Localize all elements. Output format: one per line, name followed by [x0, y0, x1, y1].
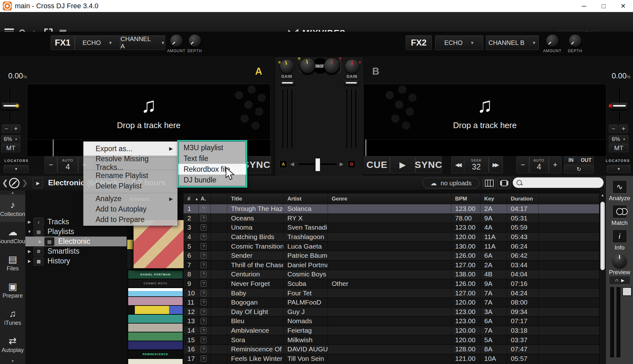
fx2-channel-select[interactable]: CHANNEL B▼ [486, 35, 539, 50]
deck-b-play-button[interactable]: ▶ [390, 156, 415, 173]
deck-b-auto-plus-button[interactable]: + [549, 156, 561, 173]
deck-a-drop-zone[interactable]: ♫ Drop a track here [27, 84, 271, 140]
deck-b-auto-minus-button[interactable]: − [517, 156, 529, 173]
context-menu-item[interactable]: Analyze ▶ [84, 194, 177, 204]
col-bpm[interactable]: BPM [451, 194, 480, 204]
album-art-thumb[interactable]: DANIEL PORTMAN [128, 270, 183, 279]
sidebar-item[interactable]: ▣ Prepare [0, 276, 25, 304]
col-analyzed[interactable]: A. [199, 194, 211, 204]
deck-b-loop-in-button[interactable]: IN [564, 156, 578, 164]
mixer-b-volume-fader[interactable] [344, 80, 359, 149]
browse-compass-icon[interactable] [8, 177, 20, 191]
deck-a-locators-button[interactable]: ▼ [4, 165, 28, 173]
context-menu-item[interactable]: ▶ [84, 168, 177, 170]
context-menu-item[interactable]: Resolve Missing Tracks... ▶ [84, 158, 177, 168]
table-row[interactable]: 10 ? Baby Four Tet 127.00 7A 04:24 [184, 288, 599, 298]
album-art-thumb[interactable]: REMINISCENCE [128, 350, 183, 359]
rail-scroll-down-icon[interactable]: ▼ [0, 359, 25, 363]
col-number[interactable]: #▲ [184, 194, 199, 204]
tree-item[interactable]: ▶ ▦ History [25, 256, 127, 266]
sidebar-item[interactable]: ▤ Files [0, 249, 25, 276]
mini-button[interactable] [622, 287, 632, 296]
deck-a-pitch-plus-button[interactable]: + [11, 125, 20, 133]
context-menu-item[interactable]: Add to Prepare ▶ [84, 214, 177, 225]
context-menu-item[interactable]: Delete Playlist ▶ [84, 181, 177, 191]
col-artist[interactable]: Artist [284, 194, 328, 204]
mixer-b-fader-handle[interactable] [344, 80, 359, 86]
table-scrollbar[interactable]: ▲ [599, 190, 606, 364]
preview-tool[interactable]: Preview [606, 254, 633, 276]
crossfader-handle[interactable] [315, 158, 321, 172]
deck-b-mt-button[interactable]: MT [609, 144, 629, 152]
table-row[interactable]: 8 ? Centurion Cosmic Boys 138.00 4B 04:0… [184, 270, 599, 279]
fx1-amount-knob[interactable] [170, 35, 182, 47]
album-art-thumb[interactable] [128, 288, 183, 297]
deck-a-pitch-range-select[interactable]: 6%▼ [1, 135, 20, 143]
submenu-item[interactable]: Text file [179, 153, 246, 164]
col-title[interactable]: Title [227, 194, 284, 204]
mixer-a-volume-fader[interactable] [280, 80, 295, 149]
nav-back-icon[interactable]: ❮ [2, 178, 8, 187]
table-row[interactable]: 14 ? Ambivalence Feiertag 120.00 7A 03:1… [184, 326, 599, 336]
deck-b-cue-button[interactable]: CUE [364, 156, 390, 173]
mixer-a-gain-knob[interactable] [280, 60, 293, 73]
fx2-depth-knob[interactable] [569, 35, 581, 47]
tree-item[interactable]: ▶ ▤ Electronic [25, 237, 127, 246]
nav-forward-icon[interactable]: ❯ [22, 178, 28, 187]
context-menu-item[interactable]: ▶ [84, 191, 177, 194]
mini-fader[interactable] [610, 287, 614, 357]
mixer-a-fader-handle[interactable] [280, 80, 295, 86]
deck-a-pitch-minus-button[interactable]: − [2, 125, 11, 133]
close-button[interactable]: ✕ [613, 0, 633, 12]
table-row[interactable]: 16 ? Reminiscence Of A Jewel DAVID AUGUS… [184, 345, 599, 354]
eq-b-knob[interactable] [324, 59, 339, 73]
tree-expander-icon[interactable]: ▶ [25, 259, 34, 263]
deck-a-autoloop[interactable]: AUTO4 [57, 156, 78, 173]
tree-item[interactable]: ▼ ▤ Playlists [25, 227, 127, 237]
tree-expander-icon[interactable]: ▼ [25, 229, 34, 234]
tree-expander-icon[interactable]: ▶ [25, 249, 34, 254]
album-art-thumb[interactable] [128, 332, 183, 341]
table-row[interactable]: 7 ? Thrill of the Chase Daniel Portman 1… [184, 261, 599, 270]
minimize-button[interactable]: ─ [574, 0, 594, 12]
deck-b-pitch-handle[interactable] [611, 102, 628, 110]
tree-item[interactable]: ▶ ⚙ Smartlists [25, 246, 127, 256]
col-key[interactable]: Key [480, 194, 507, 204]
album-art-thumb[interactable] [128, 305, 183, 314]
table-row[interactable]: 4 ? Catching Birds Trashlagoon 120.00 11… [184, 232, 599, 242]
col-status[interactable] [211, 194, 227, 204]
search-input[interactable] [525, 179, 600, 186]
sidebar-item[interactable]: ♪ Collection [0, 195, 25, 222]
deck-b-seek-back-button[interactable]: ◀◀ [451, 156, 466, 173]
mixer-b-gain-knob[interactable] [345, 60, 359, 73]
table-row[interactable]: 13 ? Bleu Nomads 123.00 6A 07:17 [184, 317, 599, 326]
fx2-effect-select[interactable]: ECHO▼ [435, 35, 483, 50]
album-art-thumb[interactable] [128, 323, 183, 332]
preview-knob[interactable] [613, 254, 627, 268]
deck-b-pitch-plus-button[interactable]: + [619, 125, 628, 133]
table-row[interactable]: 17 ? Feels Like Winter Till Von Sein 121… [184, 354, 599, 364]
deck-b-pitch-minus-button[interactable]: − [609, 125, 618, 133]
crossfader-right-arrow[interactable]: ▶ [340, 161, 343, 167]
crossfader-left-arrow[interactable]: ◀ [290, 161, 294, 167]
table-row[interactable]: 1 ? Through The Haze Solanca 123.00 2A 0… [184, 204, 599, 214]
scrollbar-up-icon[interactable]: ▲ [599, 193, 606, 197]
table-row[interactable]: 12 ? Day Of Light Guy J 123.00 3A 09:34 [184, 307, 599, 317]
panel-view-button[interactable] [498, 178, 511, 188]
context-menu-item[interactable]: Add to Autoplay ▶ [84, 204, 177, 214]
deck-a-auto-minus-button[interactable]: − [45, 156, 57, 173]
scrollbar-thumb[interactable] [600, 202, 605, 270]
fx2-amount-knob[interactable] [546, 35, 558, 47]
maximize-button[interactable]: □ [594, 0, 613, 12]
headphone-preview-button[interactable]: ∩ ▶ [609, 276, 630, 285]
deck-b-overview-strip[interactable] [363, 139, 606, 157]
search-box[interactable] [513, 177, 604, 188]
match-tool[interactable]: Match [606, 205, 633, 226]
context-menu-item[interactable]: Export as... ▶ [84, 142, 177, 156]
deck-b-loop-out-button[interactable]: OUT [579, 156, 594, 164]
col-duration[interactable]: Duration [507, 194, 539, 204]
mini-fader[interactable] [617, 287, 620, 357]
deck-b-seek-amount[interactable]: SEEK32 [464, 156, 489, 173]
table-view-button[interactable] [483, 178, 496, 188]
table-row[interactable]: 9 ? Never Forget Scuba Other 126.00 9A 0… [184, 279, 599, 289]
